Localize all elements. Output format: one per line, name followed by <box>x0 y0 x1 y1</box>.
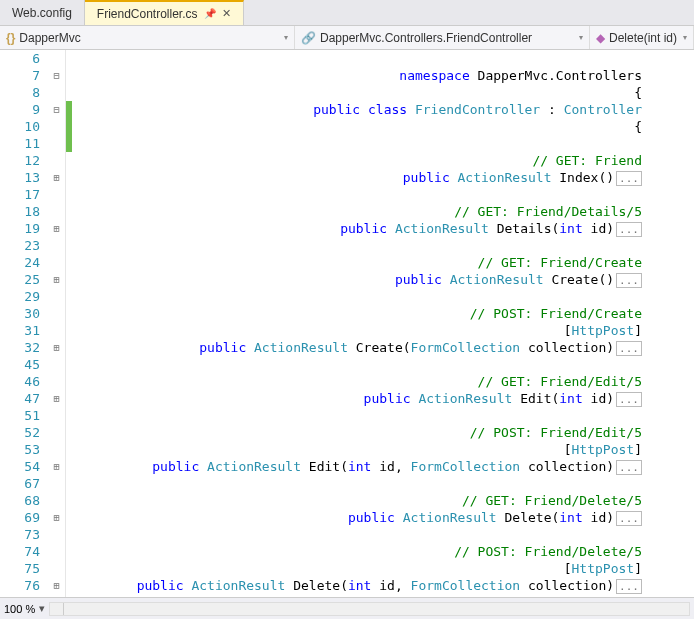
code-text[interactable]: public ActionResult Create(FormCollectio… <box>72 339 642 356</box>
tab-label: FriendController.cs <box>97 7 198 21</box>
chevron-down-icon[interactable]: ▾ <box>39 602 45 615</box>
expand-icon[interactable]: ⊞ <box>48 390 66 407</box>
code-line[interactable]: 7⊟namespace DapperMvc.Controllers <box>0 67 642 84</box>
pin-icon[interactable]: 📌 <box>204 8 216 19</box>
code-text[interactable]: // GET: Friend/Edit/5 <box>72 373 642 390</box>
code-line[interactable]: 46 // GET: Friend/Edit/5 <box>0 373 642 390</box>
code-line[interactable]: 24 // GET: Friend/Create <box>0 254 642 271</box>
code-text[interactable]: [HttpPost] <box>72 560 642 577</box>
code-line[interactable]: 75 [HttpPost] <box>0 560 642 577</box>
code-text[interactable]: public ActionResult Edit(int id)... <box>72 390 642 407</box>
nav-class-dropdown[interactable]: 🔗 DapperMvc.Controllers.FriendController… <box>295 26 590 49</box>
code-text[interactable]: { <box>72 84 642 101</box>
code-line[interactable]: 52 // POST: Friend/Edit/5 <box>0 424 642 441</box>
horizontal-scrollbar[interactable] <box>49 602 690 616</box>
code-line[interactable]: 18 // GET: Friend/Details/5 <box>0 203 642 220</box>
code-text[interactable] <box>72 186 642 203</box>
code-text[interactable] <box>72 288 642 305</box>
code-text[interactable]: // GET: Friend/Details/5 <box>72 203 642 220</box>
code-line[interactable]: 69⊞ public ActionResult Delete(int id)..… <box>0 509 642 526</box>
code-line[interactable]: 10 { <box>0 118 642 135</box>
code-line[interactable]: 17 <box>0 186 642 203</box>
outline-gutter <box>48 84 66 101</box>
outline-gutter <box>48 118 66 135</box>
outline-gutter <box>48 237 66 254</box>
code-line[interactable]: 31 [HttpPost] <box>0 322 642 339</box>
code-line[interactable]: 53 [HttpPost] <box>0 441 642 458</box>
code-line[interactable]: 19⊞ public ActionResult Details(int id).… <box>0 220 642 237</box>
code-text[interactable]: // GET: Friend/Delete/5 <box>72 492 642 509</box>
code-line[interactable]: 30 // POST: Friend/Create <box>0 305 642 322</box>
code-line[interactable]: 45 <box>0 356 642 373</box>
code-text[interactable] <box>72 50 642 67</box>
chevron-down-icon: ▾ <box>683 33 687 42</box>
line-number: 47 <box>0 390 48 407</box>
code-text[interactable]: // GET: Friend <box>72 152 642 169</box>
code-editor[interactable]: 67⊟namespace DapperMvc.Controllers8 {9⊟ … <box>0 50 694 597</box>
code-line[interactable]: 74 // POST: Friend/Delete/5 <box>0 543 642 560</box>
code-text[interactable] <box>72 407 642 424</box>
expand-icon[interactable]: ⊞ <box>48 169 66 186</box>
close-icon[interactable]: ✕ <box>222 7 231 20</box>
code-line[interactable]: 73 <box>0 526 642 543</box>
expand-icon[interactable]: ⊞ <box>48 271 66 288</box>
code-text[interactable]: [HttpPost] <box>72 441 642 458</box>
collapse-icon[interactable]: ⊟ <box>48 101 66 118</box>
code-text[interactable] <box>72 356 642 373</box>
outline-gutter <box>48 203 66 220</box>
code-line[interactable]: 13⊞ public ActionResult Index()... <box>0 169 642 186</box>
expand-icon[interactable]: ⊞ <box>48 458 66 475</box>
code-text[interactable] <box>72 475 642 492</box>
code-text[interactable]: public ActionResult Delete(int id)... <box>72 509 642 526</box>
tab-bar: Web.config FriendController.cs 📌 ✕ <box>0 0 694 26</box>
outline-gutter <box>48 305 66 322</box>
line-number: 10 <box>0 118 48 135</box>
code-text[interactable]: [HttpPost] <box>72 322 642 339</box>
line-number: 30 <box>0 305 48 322</box>
expand-icon[interactable]: ⊞ <box>48 577 66 594</box>
code-text[interactable] <box>72 526 642 543</box>
code-text[interactable]: public class FriendController : Controll… <box>72 101 642 118</box>
code-line[interactable]: 68 // GET: Friend/Delete/5 <box>0 492 642 509</box>
code-text[interactable]: public ActionResult Delete(int id, FormC… <box>72 577 642 594</box>
code-text[interactable]: public ActionResult Index()... <box>72 169 642 186</box>
tab-webconfig[interactable]: Web.config <box>0 0 85 25</box>
code-line[interactable]: 8 { <box>0 84 642 101</box>
code-line[interactable]: 6 <box>0 50 642 67</box>
code-text[interactable]: // GET: Friend/Create <box>72 254 642 271</box>
code-line[interactable]: 67 <box>0 475 642 492</box>
code-line[interactable]: 12 // GET: Friend <box>0 152 642 169</box>
scroll-left-button[interactable] <box>50 603 64 615</box>
expand-icon[interactable]: ⊞ <box>48 220 66 237</box>
nav-method-dropdown[interactable]: ◆ Delete(int id) ▾ <box>590 26 694 49</box>
tab-friendcontroller[interactable]: FriendController.cs 📌 ✕ <box>85 0 244 25</box>
code-line[interactable]: 25⊞ public ActionResult Create()... <box>0 271 642 288</box>
code-line[interactable]: 29 <box>0 288 642 305</box>
nav-project-dropdown[interactable]: {} DapperMvc ▾ <box>0 26 295 49</box>
code-text[interactable]: // POST: Friend/Delete/5 <box>72 543 642 560</box>
code-text[interactable]: // POST: Friend/Create <box>72 305 642 322</box>
expand-icon[interactable]: ⊞ <box>48 339 66 356</box>
code-text[interactable]: { <box>72 118 642 135</box>
zoom-level[interactable]: 100 % <box>4 603 35 615</box>
code-line[interactable]: 54⊞ public ActionResult Edit(int id, For… <box>0 458 642 475</box>
code-line[interactable]: 9⊟ public class FriendController : Contr… <box>0 101 642 118</box>
code-text[interactable] <box>72 135 642 152</box>
code-text[interactable]: public ActionResult Edit(int id, FormCol… <box>72 458 642 475</box>
code-text[interactable] <box>72 237 642 254</box>
code-line[interactable]: 51 <box>0 407 642 424</box>
code-text[interactable]: namespace DapperMvc.Controllers <box>72 67 642 84</box>
collapse-icon[interactable]: ⊟ <box>48 67 66 84</box>
code-text[interactable]: // POST: Friend/Edit/5 <box>72 424 642 441</box>
code-line[interactable]: 32⊞ public ActionResult Create(FormColle… <box>0 339 642 356</box>
code-line[interactable]: 23 <box>0 237 642 254</box>
line-number: 9 <box>0 101 48 118</box>
code-line[interactable]: 47⊞ public ActionResult Edit(int id)... <box>0 390 642 407</box>
code-line[interactable]: 76⊞ public ActionResult Delete(int id, F… <box>0 577 642 594</box>
code-text[interactable]: public ActionResult Create()... <box>72 271 642 288</box>
line-number: 8 <box>0 84 48 101</box>
line-number: 29 <box>0 288 48 305</box>
code-text[interactable]: public ActionResult Details(int id)... <box>72 220 642 237</box>
expand-icon[interactable]: ⊞ <box>48 509 66 526</box>
code-line[interactable]: 11 <box>0 135 642 152</box>
